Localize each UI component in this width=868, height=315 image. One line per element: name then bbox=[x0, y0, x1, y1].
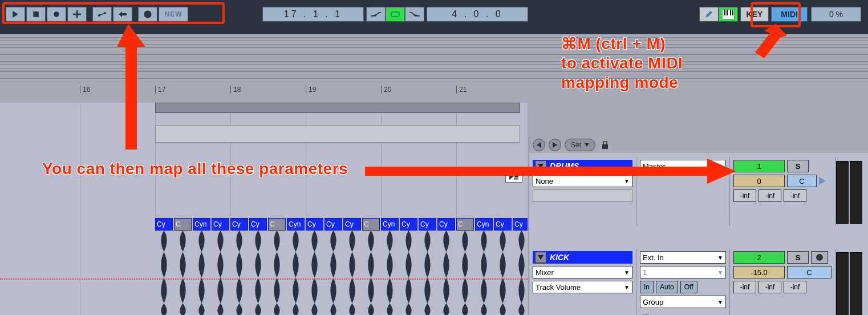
track-drums-header[interactable]: DRUMS bbox=[533, 160, 632, 172]
lock-button[interactable] bbox=[599, 139, 611, 151]
track-drums-mixer-col: 1 S 0 C -inf -inf -inf bbox=[730, 158, 836, 226]
track-kick-input-channel[interactable]: Track Volume▼ bbox=[533, 281, 632, 293]
clip-header[interactable]: C bbox=[268, 218, 286, 231]
clip-header[interactable]: Cy bbox=[325, 218, 342, 231]
monitor-auto-button[interactable]: Auto bbox=[656, 281, 678, 293]
arrangement-position-display[interactable]: 17 . 1 . 1 bbox=[262, 7, 364, 22]
clip-waveform bbox=[475, 231, 493, 315]
kick-send-c[interactable]: -inf bbox=[784, 281, 806, 293]
clip-header[interactable]: Cy bbox=[343, 218, 361, 231]
track-kick-pan[interactable]: C bbox=[787, 266, 832, 278]
clip-header[interactable]: Cy bbox=[306, 218, 323, 231]
play-button[interactable] bbox=[6, 7, 25, 22]
clip-header[interactable]: Cy bbox=[437, 218, 455, 231]
arrangement-header-lines bbox=[0, 34, 868, 80]
track-drums-device-select[interactable]: None▼ bbox=[533, 175, 632, 187]
clip-header[interactable]: Cy bbox=[494, 218, 512, 231]
caret-down-icon bbox=[585, 143, 589, 147]
track-fold-button[interactable] bbox=[535, 160, 546, 172]
nav-back-button[interactable] bbox=[533, 139, 545, 151]
track-kick-activator[interactable]: 2 bbox=[733, 251, 785, 264]
stop-icon bbox=[33, 11, 39, 18]
automation-arm-button[interactable] bbox=[92, 7, 112, 22]
svg-marker-16 bbox=[509, 173, 514, 180]
track-drums: DRUMS None▼ Master▼ 1 S 0 C -inf bbox=[529, 158, 868, 226]
track-kick-header[interactable]: KICK bbox=[533, 251, 632, 264]
drums-pan: C bbox=[799, 177, 804, 185]
loop-icon bbox=[390, 10, 400, 18]
track-drums-delay[interactable]: 0 bbox=[733, 175, 785, 187]
drums-send-b[interactable]: -inf bbox=[759, 189, 781, 202]
track-fold-button[interactable] bbox=[535, 252, 546, 263]
track-drums-solo[interactable]: S bbox=[787, 160, 809, 172]
clip-header[interactable]: Cy bbox=[212, 218, 229, 231]
loop-button[interactable] bbox=[386, 7, 405, 22]
track-kick-group-select[interactable]: Group▼ bbox=[640, 296, 726, 308]
monitor-off-button[interactable]: Off bbox=[680, 281, 697, 293]
clip-header[interactable]: C bbox=[174, 218, 192, 231]
monitor-in-button[interactable]: In bbox=[640, 281, 654, 293]
annotation-map-help: You can then map all these parameters bbox=[42, 160, 348, 178]
punch-in-button[interactable] bbox=[366, 7, 386, 22]
track-kick-channel[interactable]: 1▼ bbox=[640, 266, 726, 278]
key-map-mode-button[interactable]: KEY bbox=[740, 7, 769, 22]
clip-header[interactable]: Cyn bbox=[381, 218, 399, 231]
track-kick-name: KICK bbox=[550, 253, 569, 262]
clip-waveform bbox=[513, 231, 528, 315]
clip-header[interactable]: C bbox=[362, 218, 380, 231]
key-label: KEY bbox=[747, 10, 763, 19]
loop-length-display[interactable]: 4 . 0 . 0 bbox=[427, 7, 528, 22]
computer-midi-keyboard-button[interactable] bbox=[719, 7, 738, 22]
set-selector[interactable]: Set bbox=[565, 139, 595, 151]
track-drums-pan[interactable]: C bbox=[787, 175, 817, 187]
track-drums-name: DRUMS bbox=[550, 161, 579, 171]
kick-send-a[interactable]: -inf bbox=[733, 281, 756, 293]
track-kick-audio-from[interactable]: Ext. In▼ bbox=[640, 251, 726, 264]
kick-channel: 1 bbox=[643, 268, 647, 277]
nav-forward-button[interactable] bbox=[549, 139, 561, 151]
chevron-left-icon bbox=[537, 142, 541, 148]
clip-header[interactable]: Cy bbox=[513, 218, 528, 231]
clip-header[interactable]: C bbox=[456, 218, 474, 231]
midi-label: MIDI bbox=[781, 10, 798, 19]
back-to-arrangement-button[interactable] bbox=[113, 7, 132, 22]
track-drums-activator[interactable]: 1 bbox=[733, 160, 785, 172]
stop-button[interactable] bbox=[26, 7, 46, 22]
punch-out-button[interactable] bbox=[405, 7, 424, 22]
clip-header[interactable]: Cyn bbox=[475, 218, 493, 231]
session-record-button[interactable] bbox=[138, 7, 157, 22]
record-dot-icon bbox=[816, 254, 823, 261]
clip-header[interactable]: Cy bbox=[400, 218, 417, 231]
clip-waveform bbox=[193, 231, 210, 315]
playhead-marker[interactable] bbox=[505, 170, 522, 183]
clip-header[interactable]: Cy bbox=[419, 218, 436, 231]
circle-outline-icon bbox=[144, 10, 152, 18]
chevron-right-icon bbox=[553, 142, 557, 148]
clip-header[interactable]: Cyn bbox=[193, 218, 210, 231]
clip-header[interactable]: Cyn bbox=[287, 218, 305, 231]
drums-send-c[interactable]: -inf bbox=[784, 189, 806, 202]
kick-send-b[interactable]: -inf bbox=[759, 281, 781, 293]
clip-header[interactable]: Cy bbox=[249, 218, 267, 231]
timeline-ruler[interactable]: 16 17 18 19 20 21 bbox=[0, 86, 868, 100]
meter-right bbox=[850, 252, 862, 315]
capture-new-button[interactable]: NEW bbox=[159, 7, 188, 22]
track-kick-volume[interactable]: -15.0 bbox=[733, 266, 785, 278]
draw-mode-button[interactable] bbox=[699, 7, 719, 22]
clip-area[interactable]: CyCCynCyCyCyCCynCyCyCyCCynCyCyCyCCynCyCy bbox=[0, 103, 528, 315]
send-indicator-icon bbox=[819, 175, 828, 187]
drums-send-a[interactable]: -inf bbox=[733, 189, 756, 202]
track-kick-input-type[interactable]: Mixer▼ bbox=[533, 266, 632, 278]
track-kick-arm[interactable] bbox=[811, 251, 828, 264]
loop-brace[interactable] bbox=[155, 103, 520, 113]
track-kick-meters bbox=[836, 249, 862, 315]
clip-header[interactable]: Cy bbox=[155, 218, 173, 231]
clip-header[interactable]: Cy bbox=[230, 218, 248, 231]
record-button[interactable] bbox=[47, 7, 66, 22]
midi-map-mode-button[interactable]: MIDI bbox=[771, 7, 808, 22]
track-drums-output-select[interactable]: Master▼ bbox=[640, 160, 726, 172]
set-label: Set bbox=[571, 141, 581, 149]
drums-num1: 1 bbox=[757, 162, 761, 171]
track-kick-solo[interactable]: S bbox=[787, 251, 809, 264]
overdub-button[interactable] bbox=[67, 7, 87, 22]
